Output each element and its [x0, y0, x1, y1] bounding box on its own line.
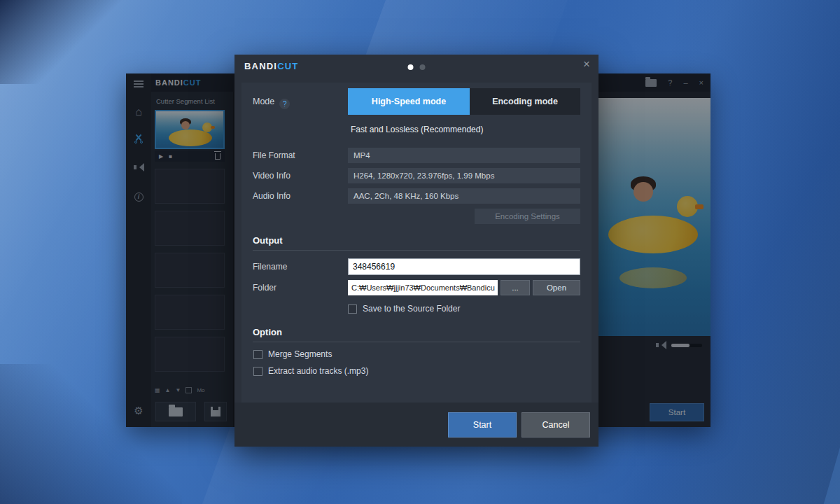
merge-segments-label: Merge Segments	[268, 349, 332, 359]
start-button[interactable]: Start	[448, 412, 517, 438]
section-divider	[253, 250, 580, 251]
audio-info-value: AAC, 2Ch, 48 KHz, 160 Kbps	[348, 188, 580, 204]
mode-label: Mode?	[253, 97, 290, 109]
filename-label: Filename	[253, 262, 287, 272]
option-section-title: Option	[253, 327, 282, 337]
video-info-label: Video Info	[253, 171, 290, 181]
save-to-source-row: Save to the Source Folder	[348, 304, 460, 314]
section-divider	[253, 342, 580, 342]
extract-audio-row: Extract audio tracks (.mp3)	[253, 366, 368, 376]
video-info-value: H264, 1280x720, 23.976fps, 1.99 Mbps	[348, 168, 580, 183]
mode-description: Fast and Lossless (Recommended)	[351, 125, 483, 134]
mode-tabs: High-Speed mode Encoding mode	[348, 88, 580, 115]
save-to-source-checkbox[interactable]	[348, 304, 357, 314]
folder-label: Folder	[253, 283, 276, 293]
tab-high-speed-mode[interactable]: High-Speed mode	[348, 88, 470, 115]
page-dot-active[interactable]	[408, 64, 414, 70]
open-folder-button[interactable]: Open	[533, 280, 580, 295]
extract-audio-label: Extract audio tracks (.mp3)	[268, 366, 368, 376]
wallpaper-corner-shade	[0, 0, 140, 84]
desktop-wallpaper: ⌂ i ⚙ BANDICUT ? – × Cutter Segment List	[0, 0, 840, 504]
merge-segments-checkbox[interactable]	[253, 350, 262, 359]
extract-audio-checkbox[interactable]	[253, 367, 262, 376]
audio-info-label: Audio Info	[253, 191, 290, 201]
mode-help-icon[interactable]: ?	[279, 99, 290, 109]
browse-folder-button[interactable]: ...	[500, 280, 530, 295]
save-to-source-label: Save to the Source Folder	[363, 304, 460, 314]
cancel-button[interactable]: Cancel	[522, 412, 590, 438]
page-dot-inactive[interactable]	[420, 64, 426, 70]
page-indicator[interactable]	[408, 64, 426, 70]
filename-input[interactable]	[348, 258, 580, 275]
folder-path-field[interactable]: C:₩Users₩jjjin73₩Documents₩Bandicu	[348, 280, 498, 295]
file-format-label: File Format	[253, 150, 295, 160]
tab-encoding-mode[interactable]: Encoding mode	[470, 88, 580, 115]
file-format-value: MP4	[348, 148, 580, 163]
encoding-settings-button: Encoding Settings	[475, 209, 580, 224]
output-settings-dialog: BANDICUT × Mode? High-Speed mode Encodin…	[234, 55, 598, 447]
output-section-title: Output	[253, 235, 283, 246]
merge-segments-row: Merge Segments	[253, 349, 332, 359]
dialog-logo: BANDICUT	[244, 61, 299, 71]
dialog-close-icon[interactable]: ×	[583, 58, 590, 70]
